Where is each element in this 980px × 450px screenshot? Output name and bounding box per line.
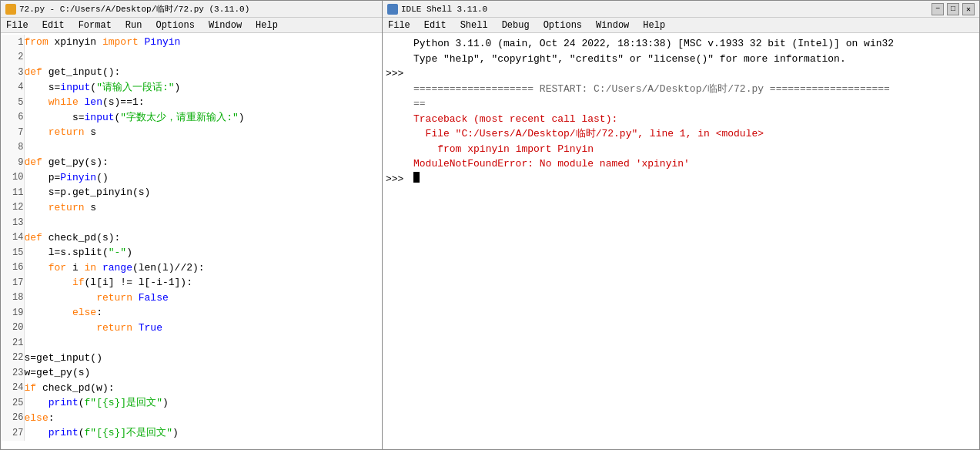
shell-menu-edit[interactable]: Edit <box>422 20 449 31</box>
code-token: True <box>139 322 162 334</box>
code-token: def <box>25 156 48 168</box>
shell-row-empty1: >>> <box>386 66 979 82</box>
code-token: input <box>85 112 115 123</box>
code-token <box>25 96 48 108</box>
code-token: () <box>96 172 109 183</box>
code-token: : <box>96 307 102 318</box>
line-number: 5 <box>1 95 24 110</box>
shell-row-restart-cont: == <box>386 96 979 112</box>
code-token: =s.split( <box>55 247 109 258</box>
code-content <box>24 215 382 230</box>
code-token: get_input <box>48 66 102 78</box>
shell-restart-cont: == <box>413 96 426 112</box>
table-row: 1from xpinyin import Pinyin <box>1 35 382 50</box>
line-number: 27 <box>1 425 24 441</box>
minimize-button[interactable]: − <box>932 3 944 15</box>
table-row: 19 else: <box>1 305 382 321</box>
code-token: else <box>25 412 48 424</box>
shell-row-error: ModuleNotFoundError: No module named 'xp… <box>386 156 979 172</box>
code-token: print <box>48 427 79 438</box>
shell-window: IDLE Shell 3.11.0 − □ ✕ File Edit Shell … <box>383 0 980 450</box>
editor-content[interactable]: 1from xpinyin import Pinyin2 3def get_in… <box>1 33 382 449</box>
code-token <box>25 307 72 318</box>
line-number: 23 <box>1 365 24 381</box>
code-token: s <box>90 202 96 213</box>
shell-menu-options[interactable]: Options <box>541 20 584 31</box>
code-token: i <box>72 262 85 274</box>
line-number: 25 <box>1 395 24 411</box>
line-number: 10 <box>1 170 24 186</box>
code-content: s=input("字数太少，请重新输入:") <box>24 110 382 126</box>
table-row: 23w=get_py(s) <box>1 365 382 381</box>
code-token: check_pd <box>48 232 96 243</box>
code-token: def <box>25 232 48 243</box>
shell-prompt-empty2 <box>386 52 413 67</box>
shell-menu-file[interactable]: File <box>386 20 413 31</box>
code-token: ) <box>175 82 181 93</box>
shell-prompt-empty6 <box>386 126 413 142</box>
menu-file[interactable]: File <box>4 20 31 31</box>
menu-window[interactable]: Window <box>206 20 244 31</box>
code-token: (l[i] != l[-i-1]): <box>85 277 192 288</box>
code-content: l=s.split("-") <box>24 245 382 260</box>
close-button[interactable]: ✕ <box>962 3 975 15</box>
code-token: (): <box>102 66 120 78</box>
code-token: s <box>25 82 55 93</box>
line-number: 21 <box>1 335 24 351</box>
table-row: 9def get_py(s): <box>1 155 382 170</box>
menu-format[interactable]: Format <box>76 20 114 31</box>
line-number: 9 <box>1 155 24 170</box>
code-content: print(f"[{s}]不是回文") <box>24 425 382 441</box>
code-token: l <box>25 247 55 258</box>
line-number: 13 <box>1 215 24 230</box>
shell-prompt-empty7 <box>386 142 413 157</box>
line-number: 17 <box>1 275 24 290</box>
shell-menu-debug[interactable]: Debug <box>500 20 532 31</box>
line-number: 12 <box>1 200 24 216</box>
line-number: 3 <box>1 65 24 80</box>
menu-edit[interactable]: Edit <box>40 20 67 31</box>
line-number: 2 <box>1 50 24 65</box>
code-content: print(f"[{s}]是回文") <box>24 395 382 411</box>
code-token: p <box>25 172 55 183</box>
code-token: if <box>72 277 85 288</box>
line-number: 18 <box>1 290 24 306</box>
code-token: range <box>102 262 132 274</box>
line-number: 14 <box>1 230 24 246</box>
shell-menu-help[interactable]: Help <box>641 20 667 31</box>
shell-menu-window[interactable]: Window <box>594 20 631 31</box>
code-token: if <box>25 382 42 394</box>
maximize-button[interactable]: □ <box>947 3 959 15</box>
shell-menu-shell[interactable]: Shell <box>458 20 490 31</box>
shell-content[interactable]: Python 3.11.0 (main, Oct 24 2022, 18:13:… <box>383 33 979 449</box>
code-token: "-" <box>109 247 126 258</box>
code-token: s <box>25 112 79 123</box>
table-row: 11 s=p.get_pinyin(s) <box>1 185 382 200</box>
code-content: return s <box>24 200 382 216</box>
editor-window: 72.py - C:/Users/A/Desktop/临时/72.py (3.1… <box>0 0 383 450</box>
line-number: 19 <box>1 305 24 321</box>
line-number: 16 <box>1 260 24 276</box>
line-number: 26 <box>1 411 24 426</box>
table-row: 5 while len(s)==1: <box>1 95 382 110</box>
code-token: def <box>25 66 48 78</box>
menu-help[interactable]: Help <box>253 20 280 31</box>
code-content <box>24 335 382 351</box>
shell-row-restart: ==================== RESTART: C:/Users/A… <box>386 82 979 97</box>
code-content: s=p.get_pinyin(s) <box>24 185 382 200</box>
table-row: 13 <box>1 215 382 230</box>
code-table: 1from xpinyin import Pinyin2 3def get_in… <box>1 35 382 441</box>
code-token: (len(l)//2): <box>132 262 205 274</box>
editor-title: 72.py - C:/Users/A/Desktop/临时/72.py (3.1… <box>19 3 249 15</box>
code-token: ) <box>172 427 179 438</box>
menu-options[interactable]: Options <box>153 20 196 31</box>
code-token: ( <box>79 397 85 408</box>
line-number: 1 <box>1 35 24 50</box>
code-token: =get_input() <box>30 352 102 364</box>
shell-prompt-empty5 <box>386 112 413 127</box>
code-content <box>24 140 382 156</box>
code-token: return <box>96 292 139 304</box>
menu-run[interactable]: Run <box>123 20 145 31</box>
shell-restart-line: ==================== RESTART: C:/Users/A… <box>413 82 890 97</box>
code-content: return True <box>24 321 382 336</box>
